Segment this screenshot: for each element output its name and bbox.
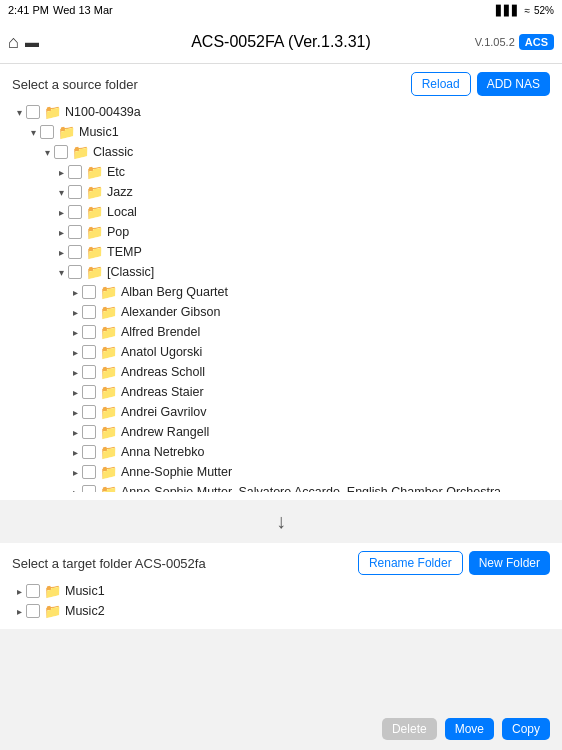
page-title: ACS-0052FA (Ver.1.3.31) <box>191 33 371 51</box>
expand-arrow[interactable]: ▸ <box>68 407 82 418</box>
tree-checkbox[interactable] <box>82 305 96 319</box>
expand-arrow[interactable]: ▸ <box>12 586 26 597</box>
tree-item[interactable]: ▸📁Anne-Sophie Mutter, Salvatore Accardo,… <box>12 482 550 492</box>
expand-arrow[interactable]: ▾ <box>40 147 54 158</box>
tree-item[interactable]: ▸📁Andrei Gavrilov <box>12 402 550 422</box>
expand-arrow[interactable]: ▸ <box>68 287 82 298</box>
home-nav[interactable]: ⌂ ▬ <box>8 31 39 52</box>
tree-checkbox[interactable] <box>82 365 96 379</box>
tree-item[interactable]: ▸📁Anatol Ugorski <box>12 342 550 362</box>
tree-item[interactable]: ▾📁[Classic] <box>12 262 550 282</box>
tree-checkbox[interactable] <box>68 245 82 259</box>
bottom-bar: Delete Move Copy <box>0 708 562 750</box>
expand-arrow[interactable]: ▾ <box>12 107 26 118</box>
folder-icon: 📁 <box>100 464 117 480</box>
tree-checkbox[interactable] <box>68 185 82 199</box>
tree-checkbox[interactable] <box>26 105 40 119</box>
delete-button[interactable]: Delete <box>382 718 437 740</box>
tree-item[interactable]: ▸📁Pop <box>12 222 550 242</box>
expand-arrow[interactable]: ▸ <box>68 347 82 358</box>
tree-item[interactable]: ▸📁Alban Berg Quartet <box>12 282 550 302</box>
item-label: Anatol Ugorski <box>121 345 550 359</box>
rename-folder-button[interactable]: Rename Folder <box>358 551 463 575</box>
item-label: [Classic] <box>107 265 550 279</box>
tree-item[interactable]: ▸📁Music2 <box>12 601 550 621</box>
expand-arrow[interactable]: ▸ <box>54 227 68 238</box>
source-buttons: Reload ADD NAS <box>411 72 550 96</box>
status-bar: 2:41 PM Wed 13 Mar ▋▋▋ ≈ 52% <box>0 0 562 20</box>
item-label: N100-00439a <box>65 105 550 119</box>
tree-checkbox[interactable] <box>26 604 40 618</box>
tree-item[interactable]: ▸📁Local <box>12 202 550 222</box>
source-section: Select a source folder Reload ADD NAS ▾📁… <box>0 64 562 500</box>
tree-checkbox[interactable] <box>82 425 96 439</box>
expand-arrow[interactable]: ▾ <box>54 187 68 198</box>
expand-arrow[interactable]: ▸ <box>68 307 82 318</box>
source-label: Select a source folder <box>12 77 138 92</box>
tree-item[interactable]: ▸📁Alfred Brendel <box>12 322 550 342</box>
tree-checkbox[interactable] <box>82 345 96 359</box>
expand-arrow[interactable]: ▸ <box>68 427 82 438</box>
tree-checkbox[interactable] <box>82 285 96 299</box>
item-label: Alban Berg Quartet <box>121 285 550 299</box>
target-tree[interactable]: ▸📁Music1▸📁Music2 <box>12 581 550 621</box>
expand-arrow[interactable]: ▸ <box>54 167 68 178</box>
acs-badge: ACS <box>519 34 554 50</box>
folder-icon: 📁 <box>100 444 117 460</box>
reload-button[interactable]: Reload <box>411 72 471 96</box>
expand-arrow[interactable]: ▸ <box>12 606 26 617</box>
expand-arrow[interactable]: ▸ <box>54 207 68 218</box>
tree-checkbox[interactable] <box>82 325 96 339</box>
expand-arrow[interactable]: ▸ <box>68 447 82 458</box>
tree-checkbox[interactable] <box>82 465 96 479</box>
item-label: Music1 <box>65 584 550 598</box>
tree-checkbox[interactable] <box>68 165 82 179</box>
folder-icon: 📁 <box>72 144 89 160</box>
tree-item[interactable]: ▾📁N100-00439a <box>12 102 550 122</box>
tree-item[interactable]: ▸📁Music1 <box>12 581 550 601</box>
battery: 52% <box>534 5 554 16</box>
expand-arrow[interactable]: ▸ <box>68 487 82 493</box>
tree-checkbox[interactable] <box>82 485 96 492</box>
folder-icon: 📁 <box>44 583 61 599</box>
tree-checkbox[interactable] <box>68 225 82 239</box>
expand-arrow[interactable]: ▸ <box>68 327 82 338</box>
expand-arrow[interactable]: ▾ <box>54 267 68 278</box>
tree-checkbox[interactable] <box>82 405 96 419</box>
tree-checkbox[interactable] <box>26 584 40 598</box>
expand-arrow[interactable]: ▸ <box>68 367 82 378</box>
tree-item[interactable]: ▾📁Jazz <box>12 182 550 202</box>
home-icon[interactable]: ⌂ <box>8 31 19 52</box>
add-nas-button[interactable]: ADD NAS <box>477 72 550 96</box>
expand-arrow[interactable]: ▸ <box>68 467 82 478</box>
tree-checkbox[interactable] <box>54 145 68 159</box>
tree-checkbox[interactable] <box>68 205 82 219</box>
expand-arrow[interactable]: ▸ <box>68 387 82 398</box>
source-tree[interactable]: ▾📁N100-00439a▾📁Music1▾📁Classic▸📁Etc▾📁Jaz… <box>12 102 550 492</box>
grid-icon[interactable]: ▬ <box>25 34 39 50</box>
copy-button[interactable]: Copy <box>502 718 550 740</box>
expand-arrow[interactable]: ▸ <box>54 247 68 258</box>
tree-item[interactable]: ▸📁Anne-Sophie Mutter <box>12 462 550 482</box>
tree-item[interactable]: ▸📁Alexander Gibson <box>12 302 550 322</box>
title-bar: ⌂ ▬ ACS-0052FA (Ver.1.3.31) V.1.05.2 ACS <box>0 20 562 64</box>
new-folder-button[interactable]: New Folder <box>469 551 550 575</box>
item-label: Alexander Gibson <box>121 305 550 319</box>
tree-item[interactable]: ▸📁TEMP <box>12 242 550 262</box>
tree-checkbox[interactable] <box>40 125 54 139</box>
folder-icon: 📁 <box>44 603 61 619</box>
tree-item[interactable]: ▾📁Classic <box>12 142 550 162</box>
expand-arrow[interactable]: ▾ <box>26 127 40 138</box>
tree-item[interactable]: ▸📁Etc <box>12 162 550 182</box>
tree-checkbox[interactable] <box>68 265 82 279</box>
tree-item[interactable]: ▸📁Andreas Staier <box>12 382 550 402</box>
tree-item[interactable]: ▸📁Andrew Rangell <box>12 422 550 442</box>
version-area: V.1.05.2 ACS <box>475 34 554 50</box>
tree-item[interactable]: ▸📁Andreas Scholl <box>12 362 550 382</box>
move-button[interactable]: Move <box>445 718 494 740</box>
tree-item[interactable]: ▾📁Music1 <box>12 122 550 142</box>
folder-icon: 📁 <box>100 324 117 340</box>
tree-checkbox[interactable] <box>82 385 96 399</box>
tree-item[interactable]: ▸📁Anna Netrebko <box>12 442 550 462</box>
tree-checkbox[interactable] <box>82 445 96 459</box>
